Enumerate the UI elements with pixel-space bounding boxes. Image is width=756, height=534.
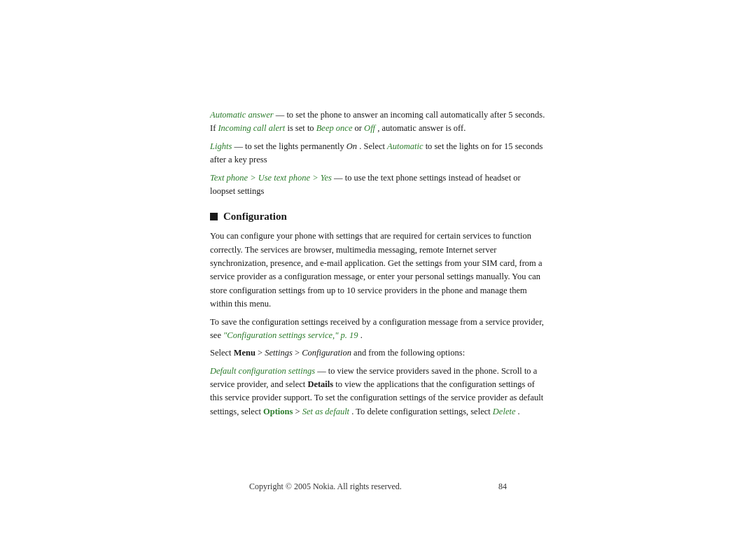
beep-once-label: Beep once: [316, 123, 353, 133]
p1-text2: is set to: [287, 123, 316, 133]
off-label: Off: [364, 123, 375, 133]
lights-label: Lights: [210, 141, 232, 151]
options-label: Options: [263, 407, 293, 416]
settings-label: Settings: [265, 348, 293, 358]
section-title: Configuration: [223, 211, 287, 223]
set-as-default-label: Set as default: [302, 407, 349, 416]
config-settings-service-link: "Configuration settings service," p. 19: [223, 330, 358, 340]
configuration-section-heading: Configuration: [210, 211, 546, 223]
default-config-settings-label: Default configuration settings: [210, 366, 315, 376]
p1-text3: or: [355, 123, 365, 133]
text-phone-paragraph: Text phone > Use text phone > Yes — to u…: [210, 171, 546, 199]
menu-label: Menu: [234, 348, 255, 358]
config-select-text3: >: [295, 348, 302, 358]
default-config-text3: >: [295, 407, 302, 416]
config-select-paragraph: Select Menu > Settings > Configuration a…: [210, 346, 546, 360]
configuration-label: Configuration: [302, 348, 351, 358]
config-save-paragraph: To save the configuration settings recei…: [210, 316, 546, 343]
incoming-call-alert-label: Incoming call alert: [218, 123, 285, 133]
config-select-text2: >: [258, 348, 265, 358]
p2-text1: — to set the lights permanently: [234, 141, 346, 151]
default-config-text4: . To delete configuration settings, sele…: [351, 407, 493, 416]
config-save-text2: .: [360, 330, 363, 340]
p1-text4: , automatic answer is off.: [377, 123, 465, 133]
default-config-text5: .: [518, 407, 520, 416]
config-intro-text: You can configure your phone with settin…: [210, 231, 542, 309]
default-config-paragraph: Default configuration settings — to view…: [210, 365, 546, 419]
config-select-text4: and from the following options:: [354, 348, 465, 358]
automatic-answer-paragraph: Automatic answer — to set the phone to a…: [210, 108, 546, 136]
details-label: Details: [307, 379, 333, 389]
text-phone-label: Text phone > Use text phone > Yes: [210, 173, 332, 183]
on-label: On: [346, 141, 357, 151]
page: Automatic answer — to set the phone to a…: [0, 0, 756, 534]
content-area: Automatic answer — to set the phone to a…: [210, 0, 546, 423]
delete-label: Delete: [493, 407, 516, 416]
config-intro-paragraph: You can configure your phone with settin…: [210, 230, 546, 311]
automatic-answer-label: Automatic answer: [210, 110, 274, 120]
automatic-label: Automatic: [387, 141, 423, 151]
footer: Copyright © 2005 Nokia. All rights reser…: [210, 482, 546, 492]
lights-paragraph: Lights — to set the lights permanently O…: [210, 140, 546, 167]
page-number: 84: [498, 482, 507, 492]
footer-copyright: Copyright © 2005 Nokia. All rights reser…: [249, 482, 402, 492]
p2-text2: . Select: [359, 141, 387, 151]
config-select-text1: Select: [210, 348, 234, 358]
section-square-icon: [210, 213, 218, 220]
